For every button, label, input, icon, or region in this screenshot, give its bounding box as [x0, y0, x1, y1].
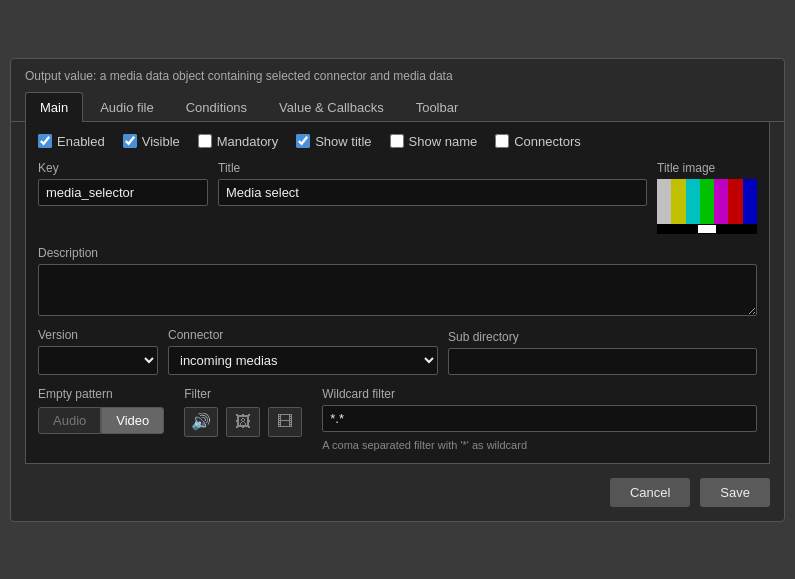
- title-image-preview[interactable]: [657, 179, 757, 234]
- wildcard-group: Wildcard filter A coma separated filter …: [322, 387, 757, 451]
- dialog: Output value: a media data object contai…: [10, 58, 785, 522]
- title-input[interactable]: [218, 179, 647, 206]
- show-name-checkbox-item[interactable]: Show name: [390, 134, 478, 149]
- color-bars-bottom: [657, 224, 757, 234]
- main-content: Enabled Visible Mandatory Show title Sho…: [25, 122, 770, 464]
- title-label: Title: [218, 161, 647, 175]
- key-label: Key: [38, 161, 208, 175]
- version-label: Version: [38, 328, 158, 342]
- show-name-checkbox[interactable]: [390, 134, 404, 148]
- subdir-input[interactable]: [448, 348, 757, 375]
- connector-label: Connector: [168, 328, 438, 342]
- connectors-checkbox-item[interactable]: Connectors: [495, 134, 580, 149]
- audio-video-buttons: Audio Video: [38, 407, 164, 434]
- tab-bar: Main Audio file Conditions Value & Callb…: [11, 91, 784, 122]
- color-bar-7: [743, 179, 757, 224]
- cancel-button[interactable]: Cancel: [610, 478, 690, 507]
- bottom-row: Empty pattern Audio Video Filter 🔊 🖼 �: [38, 387, 757, 451]
- mandatory-checkbox-item[interactable]: Mandatory: [198, 134, 278, 149]
- title-image-label: Title image: [657, 161, 757, 175]
- color-bar-3: [686, 179, 700, 224]
- description-group: Description: [38, 246, 757, 316]
- output-label: Output value: a media data object contai…: [11, 59, 784, 91]
- checkbox-row: Enabled Visible Mandatory Show title Sho…: [38, 134, 757, 149]
- subdir-label: Sub directory: [448, 330, 757, 344]
- version-connector-row: Version Connector incoming medias Sub di…: [38, 328, 757, 375]
- show-title-label: Show title: [315, 134, 371, 149]
- tab-conditions[interactable]: Conditions: [171, 92, 262, 122]
- tab-toolbar[interactable]: Toolbar: [401, 92, 474, 122]
- color-bar-1: [657, 179, 671, 224]
- connectors-checkbox[interactable]: [495, 134, 509, 148]
- speaker-icon: 🔊: [191, 412, 211, 431]
- color-bars-top: [657, 179, 757, 224]
- filter-icons: 🔊 🖼 🎞: [184, 407, 302, 437]
- title-image-group: Title image: [657, 161, 757, 234]
- color-bar-2: [671, 179, 685, 224]
- wildcard-label: Wildcard filter: [322, 387, 757, 401]
- description-label: Description: [38, 246, 757, 260]
- enabled-checkbox[interactable]: [38, 134, 52, 148]
- visible-checkbox[interactable]: [123, 134, 137, 148]
- connector-select[interactable]: incoming medias: [168, 346, 438, 375]
- color-bar-5: [714, 179, 728, 224]
- wildcard-hint: A coma separated filter with '*' as wild…: [322, 439, 757, 451]
- tab-audio-file[interactable]: Audio file: [85, 92, 168, 122]
- dialog-footer: Cancel Save: [11, 464, 784, 507]
- description-textarea[interactable]: [38, 264, 757, 316]
- video-button[interactable]: Video: [101, 407, 164, 434]
- tab-value-callbacks[interactable]: Value & Callbacks: [264, 92, 399, 122]
- image-icon: 🖼: [235, 413, 251, 431]
- film-icon: 🎞: [277, 413, 293, 431]
- key-title-row: Key Title Title image: [38, 161, 757, 234]
- empty-pattern-label: Empty pattern: [38, 387, 164, 401]
- enabled-checkbox-item[interactable]: Enabled: [38, 134, 105, 149]
- visible-label: Visible: [142, 134, 180, 149]
- empty-pattern-group: Empty pattern Audio Video: [38, 387, 164, 434]
- connectors-label: Connectors: [514, 134, 580, 149]
- version-select[interactable]: [38, 346, 158, 375]
- key-field-group: Key: [38, 161, 208, 206]
- tab-main[interactable]: Main: [25, 92, 83, 122]
- white-block: [698, 225, 716, 233]
- audio-filter-icon[interactable]: 🔊: [184, 407, 218, 437]
- show-name-label: Show name: [409, 134, 478, 149]
- connector-group: Connector incoming medias: [168, 328, 438, 375]
- enabled-label: Enabled: [57, 134, 105, 149]
- wildcard-input[interactable]: [322, 405, 757, 432]
- save-button[interactable]: Save: [700, 478, 770, 507]
- title-field-group: Title: [218, 161, 647, 206]
- image-filter-icon[interactable]: 🖼: [226, 407, 260, 437]
- color-bar-6: [728, 179, 742, 224]
- version-group: Version: [38, 328, 158, 375]
- video-filter-icon[interactable]: 🎞: [268, 407, 302, 437]
- show-title-checkbox[interactable]: [296, 134, 310, 148]
- audio-button[interactable]: Audio: [38, 407, 101, 434]
- visible-checkbox-item[interactable]: Visible: [123, 134, 180, 149]
- key-input[interactable]: [38, 179, 208, 206]
- filter-group: Filter 🔊 🖼 🎞: [184, 387, 302, 437]
- subdir-group: Sub directory: [448, 330, 757, 375]
- filter-label: Filter: [184, 387, 302, 401]
- mandatory-label: Mandatory: [217, 134, 278, 149]
- show-title-checkbox-item[interactable]: Show title: [296, 134, 371, 149]
- color-bar-4: [700, 179, 714, 224]
- mandatory-checkbox[interactable]: [198, 134, 212, 148]
